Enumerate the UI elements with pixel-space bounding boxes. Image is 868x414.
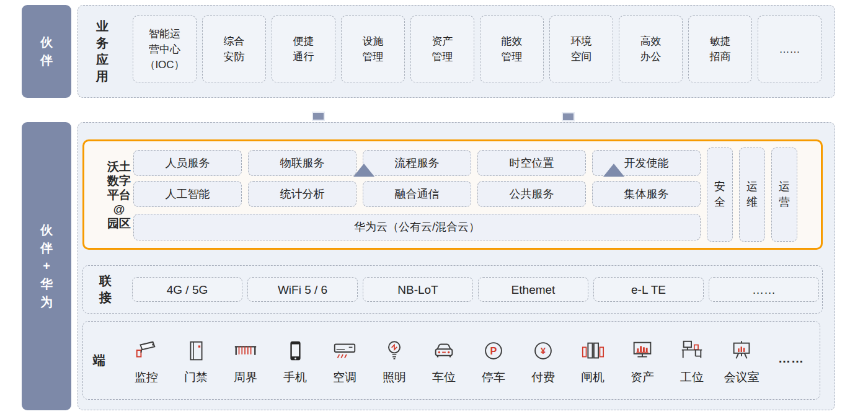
connector-square-right: [562, 112, 575, 121]
app-box-access: 便捷 通行: [272, 15, 335, 82]
service-box-personnel: 人员服务: [133, 150, 242, 176]
connector-square-left: [312, 112, 325, 121]
terminal-item-label: 空调: [333, 369, 356, 385]
terminal-item: P 停车: [469, 336, 518, 385]
link-box-4g5g: 4G / 5G: [132, 277, 242, 302]
ops-box-om: 运 维: [739, 148, 765, 242]
parking-space-icon: [431, 336, 457, 364]
perimeter-fence-icon: [232, 336, 259, 364]
parking-icon: P: [480, 336, 507, 364]
terminal-item-label: 停车: [482, 369, 505, 385]
terminal-item-label: 会议室: [724, 369, 760, 385]
sidebar-partner-label: 伙 伴: [40, 33, 53, 69]
app-box-asset: 资产 管理: [410, 15, 474, 82]
service-box-collective: 集体服务: [592, 181, 701, 207]
terminal-item-label: 门禁: [184, 369, 208, 385]
app-box-ioc: 智能运 营中心 （IOC）: [133, 15, 197, 82]
terminal-item: 周界: [221, 336, 270, 385]
terminal-item-label: 周界: [234, 369, 257, 385]
terminal-item-label: 付费: [531, 369, 555, 385]
terminal-item: ¥ 付费: [518, 336, 568, 385]
asset-monitor-icon: [629, 336, 655, 364]
service-box-spatiotemporal: 时空位置: [477, 150, 586, 176]
app-box-investment: 敏捷 招商: [688, 15, 752, 82]
svg-text:¥: ¥: [541, 346, 546, 356]
lighting-icon: [381, 336, 407, 364]
terminal-items: 监控 门禁 周界 手机: [122, 336, 816, 385]
terminal-item: 照明: [370, 336, 419, 385]
terminal-item-label: 闸机: [581, 369, 604, 385]
service-box-public: 公共服务: [477, 181, 586, 207]
link-box-elte: e-L TE: [593, 277, 704, 302]
up-arrow-icon: [353, 164, 374, 177]
terminal-item: ……: [766, 336, 816, 381]
huawei-cloud-box: 华为云（公有云/混合云）: [133, 214, 701, 240]
link-box-wifi: WiFi 5 / 6: [247, 277, 358, 302]
turnstile-icon: [580, 336, 606, 364]
smartphone-icon: [282, 336, 308, 364]
terminal-item: 车位: [419, 336, 469, 385]
up-arrow-icon: [603, 164, 624, 177]
sidebar-partner-huawei-label: 伙 伴 + 华 为: [40, 221, 53, 311]
payment-icon: ¥: [530, 336, 556, 364]
app-box-ellipsis: ……: [758, 15, 822, 82]
cctv-camera-icon: [133, 336, 159, 364]
door-access-icon: [183, 336, 209, 364]
workstation-icon: [679, 336, 705, 364]
terminal-item-label: 车位: [432, 369, 456, 385]
sidebar-partner: 伙 伴: [22, 5, 71, 98]
terminal-item: 会议室: [717, 336, 766, 385]
terminal-item: 资产: [618, 336, 667, 385]
terminal-item: 门禁: [171, 336, 221, 385]
link-box-ethernet: Ethemet: [478, 277, 588, 302]
terminal-item-label: 资产: [631, 369, 654, 385]
terminal-item-label: 手机: [283, 369, 307, 385]
terminal-item: 闸机: [568, 336, 618, 385]
app-box-environment: 环境 空间: [549, 15, 613, 82]
svg-text:P: P: [490, 345, 497, 356]
service-box-iot: 物联服务: [248, 150, 356, 176]
air-conditioner-icon: [332, 336, 358, 364]
business-apps-boxes: 智能运 营中心 （IOC） 综合 安防 便捷 通行 设施 管理 资产 管理 能效…: [133, 15, 822, 82]
business-apps-row-label: 业 务 应 用: [88, 5, 117, 98]
connectivity-row-label: 联 接: [92, 265, 119, 314]
terminal-item: 监控: [122, 336, 171, 385]
terminal-item-label: 工位: [680, 369, 704, 385]
terminal-item: 手机: [270, 336, 320, 385]
terminal-row-label: 端: [86, 321, 113, 400]
app-box-energy: 能效 管理: [480, 15, 544, 82]
ops-box-operation: 运 营: [771, 148, 797, 242]
sidebar-partner-huawei: 伙 伴 + 华 为: [22, 122, 71, 410]
connectivity-boxes: 4G / 5G WiFi 5 / 6 NB-LoT Ethemet e-L TE…: [132, 277, 819, 302]
terminal-item-label: ……: [778, 351, 804, 366]
platform-services-row2: 人工智能 统计分析 融合通信 公共服务 集体服务: [133, 181, 701, 207]
terminal-item: 工位: [667, 336, 717, 385]
app-box-facility: 设施 管理: [341, 15, 405, 82]
app-box-office: 高效 办公: [619, 15, 683, 82]
meeting-room-icon: [728, 336, 755, 364]
terminal-item-label: 监控: [135, 369, 158, 385]
digital-platform-label: 沃土 数字 平台 @ 园区: [101, 144, 137, 245]
service-box-converged-comm: 融合通信: [363, 181, 471, 207]
service-box-process: 流程服务: [363, 150, 471, 176]
terminal-item: 空调: [320, 336, 370, 385]
app-box-security: 综合 安防: [202, 15, 266, 82]
service-box-statistics: 统计分析: [248, 181, 356, 207]
link-box-ellipsis: ……: [709, 277, 819, 302]
ops-box-security: 安 全: [707, 148, 733, 242]
terminal-item-label: 照明: [383, 369, 406, 385]
service-box-ai: 人工智能: [133, 181, 242, 207]
link-box-nbiot: NB-LoT: [363, 277, 473, 302]
